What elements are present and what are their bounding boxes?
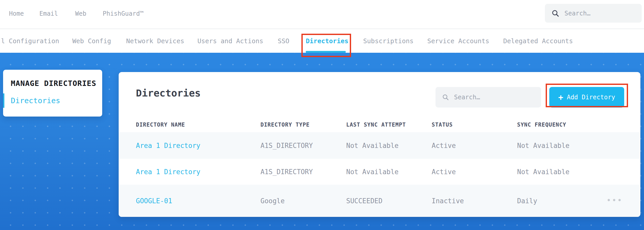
tab-network-devices[interactable]: Network Devices: [126, 37, 184, 45]
top-nav-home[interactable]: Home: [9, 10, 24, 17]
directory-name-link[interactable]: GOOGLE-01: [136, 197, 260, 205]
app-window: Home Email Web PhishGuard™ Search… l Con…: [0, 0, 644, 230]
column-directory-name: DIRECTORY NAME: [136, 122, 260, 128]
column-sync-frequency: SYNC FREQUENCY: [517, 122, 640, 128]
panel-title: Directories: [136, 87, 201, 99]
sidebar-title: MANAGE DIRECTORIES: [11, 79, 96, 88]
content-area: MANAGE DIRECTORIES Directories Directori…: [0, 53, 644, 230]
tab-subscriptions[interactable]: Subscriptions: [363, 37, 414, 45]
column-status: STATUS: [432, 122, 517, 128]
active-tab-underline: [306, 51, 346, 53]
status-cell: Active: [432, 168, 517, 176]
sync-frequency-cell: Not Available: [517, 142, 640, 149]
secondary-nav-bar: l Configuration Web Config Network Devic…: [0, 30, 644, 53]
top-nav-phishguard[interactable]: PhishGuard™: [103, 10, 144, 17]
directories-panel: Directories Search… + Add Directory DIRE…: [119, 72, 640, 217]
directories-search-input[interactable]: Search…: [436, 87, 541, 108]
add-directory-label: Add Directory: [567, 94, 615, 101]
tab-sso[interactable]: SSO: [278, 37, 289, 45]
table-row: GOOGLE-01 Google SUCCEEDED Inactive Dail…: [119, 185, 640, 217]
search-icon: [552, 10, 559, 17]
plus-icon: +: [558, 93, 563, 101]
manage-directories-card: MANAGE DIRECTORIES Directories: [3, 70, 102, 117]
status-cell: Active: [432, 142, 517, 149]
directory-type-cell: Google: [260, 197, 346, 205]
search-icon: [442, 94, 449, 101]
sidebar-item-directories[interactable]: Directories: [3, 93, 102, 108]
column-last-sync-attempt: LAST SYNC ATTEMPT: [346, 122, 432, 128]
column-directory-type: DIRECTORY TYPE: [260, 122, 346, 128]
status-cell: Inactive: [432, 197, 517, 205]
tab-web-config[interactable]: Web Config: [72, 37, 111, 45]
directory-name-link[interactable]: Area 1 Directory: [136, 142, 260, 149]
global-search-placeholder: Search…: [564, 10, 590, 17]
table-row: Area 1 Directory A1S_DIRECTORY Not Avail…: [119, 159, 640, 185]
directory-name-link[interactable]: Area 1 Directory: [136, 168, 260, 176]
tab-delegated-accounts[interactable]: Delegated Accounts: [503, 37, 573, 45]
last-sync-cell: Not Available: [346, 168, 432, 176]
top-nav-web[interactable]: Web: [75, 10, 86, 17]
last-sync-cell: Not Available: [346, 142, 432, 149]
directories-search-placeholder: Search…: [454, 94, 480, 101]
top-nav-bar: Home Email Web PhishGuard™ Search…: [0, 0, 644, 29]
directory-type-cell: A1S_DIRECTORY: [260, 142, 346, 149]
table-row: Area 1 Directory A1S_DIRECTORY Not Avail…: [119, 132, 640, 159]
sidebar-item-label: Directories: [11, 96, 60, 105]
sync-frequency-cell: Not Available: [517, 168, 640, 176]
global-search-input[interactable]: Search…: [545, 4, 642, 23]
last-sync-cell: SUCCEEDED: [346, 197, 432, 205]
tab-email-configuration[interactable]: l Configuration: [1, 37, 59, 45]
top-nav-email[interactable]: Email: [39, 10, 58, 17]
tab-service-accounts[interactable]: Service Accounts: [427, 37, 489, 45]
active-item-bar: [3, 93, 4, 108]
ellipsis-menu-icon[interactable]: •••: [606, 196, 623, 204]
table-header-row: DIRECTORY NAME DIRECTORY TYPE LAST SYNC …: [119, 117, 640, 132]
tab-users-and-actions[interactable]: Users and Actions: [197, 37, 263, 45]
tab-directories[interactable]: Directories: [306, 37, 349, 45]
add-directory-button[interactable]: + Add Directory: [549, 87, 624, 108]
directory-type-cell: A1S_DIRECTORY: [260, 168, 346, 176]
directories-table: DIRECTORY NAME DIRECTORY TYPE LAST SYNC …: [119, 117, 640, 217]
